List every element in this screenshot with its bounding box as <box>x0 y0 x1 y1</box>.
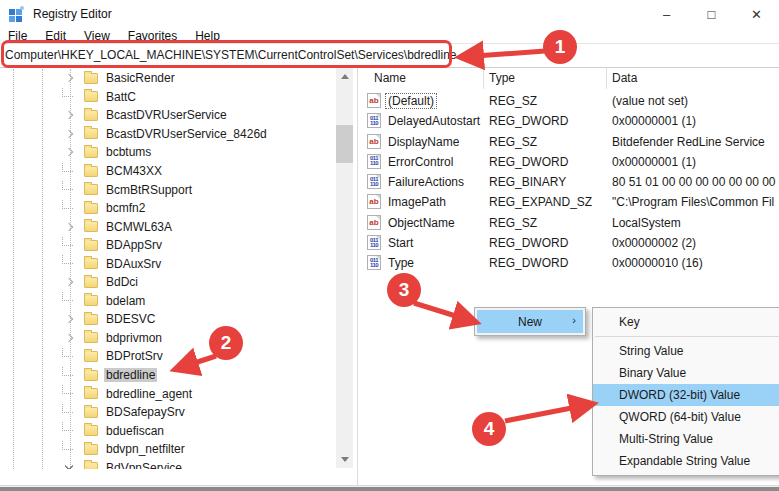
value-name[interactable]: (Default) <box>386 94 436 108</box>
value-name[interactable]: ErrorControl <box>386 155 455 169</box>
chevron-down-icon[interactable] <box>64 462 72 469</box>
value-name[interactable]: DelayedAutostart <box>386 114 482 128</box>
value-name[interactable]: ImagePath <box>386 195 448 209</box>
tree-item-bcmwl63a[interactable]: BCMWL63A <box>0 217 336 236</box>
tree-item-label[interactable]: bdprivmon <box>104 331 164 345</box>
tree-item-bcbtums[interactable]: bcbtums <box>0 143 336 162</box>
value-row-displayname[interactable]: ab DisplayName REG_SZ Bitdefender RedLin… <box>362 132 779 152</box>
value-row-start[interactable]: 011 110 Start REG_DWORD 0x00000002 (2) <box>362 233 779 253</box>
column-header-type[interactable]: Type <box>489 71 515 85</box>
column-header-name[interactable]: Name <box>374 71 406 85</box>
chevron-right-icon[interactable] <box>64 315 72 323</box>
submenu-item-qword-64-bit-value[interactable]: QWORD (64-bit) Value <box>593 406 779 428</box>
tree-item-bdredline[interactable]: bdredline <box>0 366 336 385</box>
tree-item-label[interactable]: BCMWL63A <box>104 220 174 234</box>
column-separator[interactable] <box>606 68 607 89</box>
submenu-item-string-value[interactable]: String Value <box>593 340 779 362</box>
submenu-item-multi-string-value[interactable]: Multi-String Value <box>593 428 779 450</box>
tree-item-label[interactable]: BCM43XX <box>104 164 164 178</box>
scroll-up-icon[interactable] <box>336 68 353 85</box>
value-row-imagepath[interactable]: ab ImagePath REG_EXPAND_SZ "C:\Program F… <box>362 192 779 212</box>
folder-icon <box>84 332 98 343</box>
value-name[interactable]: Type <box>386 256 416 270</box>
value-name[interactable]: FailureActions <box>386 175 466 189</box>
tree-item-bdappsrv[interactable]: BDAppSrv <box>0 236 336 255</box>
value-row-type[interactable]: 011 110 Type REG_DWORD 0x00000010 (16) <box>362 253 779 273</box>
tree-item-label[interactable]: bdvpn_netfilter <box>104 442 187 456</box>
tree-item-label[interactable]: bduefiscan <box>104 424 166 438</box>
scrollbar-thumb[interactable] <box>336 125 353 163</box>
value-name[interactable]: ObjectName <box>386 216 457 230</box>
minimize-button[interactable]: – <box>644 0 689 28</box>
tree-item-bduefiscan[interactable]: bduefiscan <box>0 421 336 440</box>
context-menu-item-new[interactable]: New › <box>477 310 583 333</box>
tree-item-label[interactable]: bdredline_agent <box>104 387 194 401</box>
tree-item-label[interactable]: BdDci <box>104 275 140 289</box>
submenu-item-dword-32-bit-value[interactable]: DWORD (32-bit) Value <box>593 384 779 406</box>
tree-item-bdelam[interactable]: bdelam <box>0 292 336 311</box>
tree-item-bdsafepaysrv[interactable]: BDSafepaySrv <box>0 403 336 422</box>
tree-item-label[interactable]: BDAuxSrv <box>104 257 163 271</box>
scroll-down-icon[interactable] <box>336 451 353 468</box>
chevron-right-icon[interactable] <box>64 334 72 342</box>
tree-item-label[interactable]: BDProtSrv <box>104 349 165 363</box>
column-header-data[interactable]: Data <box>612 71 637 85</box>
tree-item-bddci[interactable]: BdDci <box>0 273 336 292</box>
tree-item-label[interactable]: BcmBtRSupport <box>104 183 194 197</box>
tree-item-bdauxsrv[interactable]: BDAuxSrv <box>0 254 336 273</box>
tree-item-label[interactable]: BattC <box>104 90 138 104</box>
pane-splitter[interactable] <box>353 68 362 485</box>
tree-item-bdesvc[interactable]: BDESVC <box>0 310 336 329</box>
chevron-right-icon[interactable] <box>64 278 72 286</box>
tree-item-label[interactable]: BdVpnService <box>104 461 184 469</box>
submenu-item-key[interactable]: Key <box>593 311 779 333</box>
tree-item-label[interactable]: BDESVC <box>104 312 157 326</box>
submenu-item-expandable-string-value[interactable]: Expandable String Value <box>593 450 779 472</box>
tree-item-label[interactable]: bdelam <box>104 294 147 308</box>
submenu-item-binary-value[interactable]: Binary Value <box>593 362 779 384</box>
tree-item-label[interactable]: BasicRender <box>104 71 177 85</box>
tree-item-label[interactable]: BDSafepaySrv <box>104 405 187 419</box>
column-separator[interactable] <box>483 68 484 89</box>
value-name[interactable]: DisplayName <box>386 135 461 149</box>
tree-item-bdvpn_netfilter[interactable]: bdvpn_netfilter <box>0 440 336 459</box>
value-row-default[interactable]: ab (Default) REG_SZ (value not set) <box>362 91 779 111</box>
tree-vertical-scrollbar[interactable] <box>336 68 353 468</box>
tree-item-label[interactable]: bcbtums <box>104 145 153 159</box>
tree-item-battc[interactable]: BattC <box>0 88 336 107</box>
menu-item-file[interactable]: File <box>0 29 36 43</box>
value-name[interactable]: Start <box>386 236 415 250</box>
value-row-errorcontrol[interactable]: 011 110 ErrorControl REG_DWORD 0x0000000… <box>362 152 779 172</box>
chevron-right-icon[interactable] <box>64 111 72 119</box>
chevron-right-icon[interactable] <box>64 222 72 230</box>
chevron-right-icon[interactable] <box>64 148 72 156</box>
value-row-failureactions[interactable]: 011 110 FailureActions REG_BINARY 80 51 … <box>362 172 779 192</box>
tree-item-bcm43xx[interactable]: BCM43XX <box>0 162 336 181</box>
close-button[interactable]: ✕ <box>734 0 779 28</box>
tree-item-bdvpnservice[interactable]: BdVpnService <box>0 458 336 469</box>
tree-connector <box>62 404 73 413</box>
menu-item-help[interactable]: Help <box>186 29 229 43</box>
tree-item-bdredline_agent[interactable]: bdredline_agent <box>0 384 336 403</box>
address-bar-input[interactable]: Computer\HKEY_LOCAL_MACHINE\SYSTEM\Curre… <box>0 43 779 68</box>
tree-item-bdprivmon[interactable]: bdprivmon <box>0 329 336 348</box>
maximize-button[interactable]: □ <box>689 0 734 28</box>
menu-item-favorites[interactable]: Favorites <box>119 29 186 43</box>
tree-item-bdprotsrv[interactable]: BDProtSrv <box>0 347 336 366</box>
tree-item-basicrender[interactable]: BasicRender <box>0 69 336 88</box>
tree-item-label[interactable]: BDAppSrv <box>104 238 164 252</box>
value-row-delayedautostart[interactable]: 011 110 DelayedAutostart REG_DWORD 0x000… <box>362 111 779 131</box>
tree-item-label[interactable]: bdredline <box>104 368 157 382</box>
tree-item-label[interactable]: BcastDVRUserService_8426d <box>104 127 269 141</box>
chevron-right-icon[interactable] <box>64 74 72 82</box>
menu-item-edit[interactable]: Edit <box>36 29 75 43</box>
tree-item-label[interactable]: BcastDVRUserService <box>104 108 229 122</box>
tree-item-bcmbtrsupport[interactable]: BcmBtRSupport <box>0 180 336 199</box>
tree-item-label[interactable]: bcmfn2 <box>104 201 147 215</box>
tree-item-bcmfn2[interactable]: bcmfn2 <box>0 199 336 218</box>
value-row-objectname[interactable]: ab ObjectName REG_SZ LocalSystem <box>362 213 779 233</box>
chevron-right-icon[interactable] <box>64 130 72 138</box>
tree-item-bcastdvruserservice[interactable]: BcastDVRUserService <box>0 106 336 125</box>
menu-item-view[interactable]: View <box>75 29 119 43</box>
tree-item-bcastdvruserservice_8426d[interactable]: BcastDVRUserService_8426d <box>0 125 336 144</box>
